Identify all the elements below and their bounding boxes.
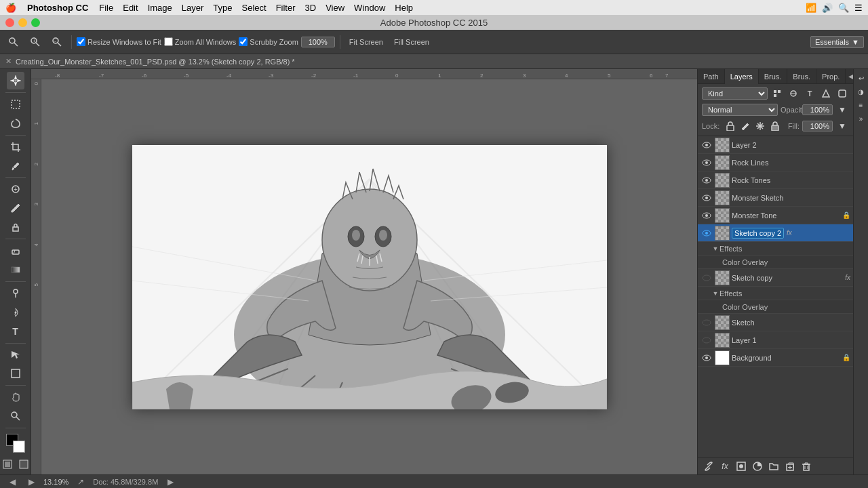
canvas-image[interactable] [132, 145, 607, 409]
background-color[interactable] [13, 441, 25, 453]
resize-windows-checkbox[interactable] [77, 37, 85, 46]
tab-brushes-1[interactable]: Brus. [759, 69, 788, 84]
apple-menu[interactable]: 🍎 [5, 3, 16, 13]
zoom-percent-input[interactable] [301, 37, 335, 47]
menu-file[interactable]: File [99, 3, 113, 13]
color-swatches[interactable] [6, 434, 25, 453]
menu-help[interactable]: Help [395, 3, 413, 13]
zoom-all-checkbox[interactable] [164, 37, 173, 46]
layer-sub-effects-1[interactable]: ▼ Effects [698, 242, 853, 256]
statusbar-play-button[interactable]: ▶ [163, 475, 177, 489]
zoom-all-label[interactable]: Zoom All Windows [164, 37, 236, 46]
tab-path[interactable]: Path [698, 69, 725, 84]
layer2-visibility[interactable] [701, 139, 713, 151]
menu-view[interactable]: View [326, 3, 344, 13]
lock-transparent-button[interactable] [724, 119, 737, 133]
filter-adjust-button[interactable] [787, 87, 800, 100]
lock-all-button[interactable] [768, 119, 782, 133]
sketch-copy-visibility[interactable] [701, 272, 713, 284]
effects-collapse-icon[interactable]: ▼ [711, 245, 719, 253]
sketch-visibility[interactable] [701, 317, 713, 329]
filter-type-button[interactable]: T [803, 87, 816, 100]
opacity-input[interactable] [802, 104, 833, 115]
menu-select[interactable]: Select [241, 3, 266, 13]
layer-item-sketch-copy-2[interactable]: Sketch copy 2 fx [698, 224, 853, 242]
layer-sub-effects-2[interactable]: ▼ Effects [698, 287, 853, 300]
strip-collapse-button[interactable]: » [855, 113, 867, 125]
layer-item-sketch[interactable]: Sketch [698, 314, 853, 331]
opacity-arrow-button[interactable]: ▼ [835, 103, 849, 117]
menu-filter[interactable]: Filter [276, 3, 296, 13]
rock-tones-visibility[interactable] [701, 174, 713, 186]
monster-tone-visibility[interactable] [701, 209, 713, 222]
zoom-out-button[interactable]: - [47, 35, 66, 49]
fill-arrow-button[interactable]: ▼ [835, 119, 849, 133]
spot-heal-tool[interactable]: + [7, 180, 24, 198]
sketch-copy-2-visibility[interactable] [701, 227, 713, 239]
link-layers-button[interactable] [702, 460, 715, 473]
statusbar-arrow-left[interactable]: ◀ [5, 475, 19, 489]
tab-brushes-2[interactable]: Brus. [787, 69, 816, 84]
new-fill-layer-button[interactable] [751, 460, 764, 473]
tab-layers[interactable]: Layers [725, 69, 759, 84]
filter-pixel-button[interactable] [770, 87, 784, 100]
pen-tool[interactable] [7, 304, 24, 321]
brush-tool[interactable] [7, 199, 24, 217]
effects-2-collapse-icon[interactable]: ▼ [711, 289, 719, 298]
layer-item-rock-tones[interactable]: Rock Tones [698, 171, 853, 189]
app-name-menu[interactable]: Photoshop CC [27, 3, 88, 13]
layer-item-monster-tone[interactable]: Monster Tone 🔒 [698, 207, 853, 224]
lasso-tool[interactable] [7, 115, 24, 132]
new-layer-button[interactable] [783, 460, 797, 473]
lock-position-button[interactable] [753, 119, 767, 133]
type-tool[interactable]: T [7, 323, 24, 340]
new-group-button[interactable] [767, 460, 781, 473]
menu-type[interactable]: Type [213, 3, 232, 13]
strip-style-button[interactable]: ≡ [855, 99, 867, 111]
eyedropper-tool[interactable] [7, 157, 24, 175]
filter-smart-button[interactable] [835, 87, 849, 100]
layer-item-rock-lines[interactable]: Rock Lines [698, 154, 853, 171]
hand-tool[interactable] [7, 388, 24, 406]
layer-item-sketch-copy[interactable]: Sketch copy fx [698, 269, 853, 287]
menu-window[interactable]: Window [354, 3, 385, 13]
zoom-tool-button[interactable] [4, 35, 23, 49]
fill-input[interactable] [802, 121, 833, 131]
zoom-tool[interactable] [7, 407, 24, 425]
menu-image[interactable]: Image [148, 3, 172, 13]
tab-properties[interactable]: Prop. [816, 69, 846, 84]
add-mask-button[interactable] [734, 460, 748, 473]
dodge-tool[interactable] [7, 285, 24, 302]
blend-mode-select[interactable]: Normal [702, 104, 778, 116]
add-style-button[interactable]: fx [718, 460, 732, 473]
eraser-tool[interactable] [7, 242, 24, 260]
menu-edit[interactable]: Edit [123, 3, 138, 13]
fill-screen-button[interactable]: Fill Screen [390, 37, 433, 47]
gradient-tool[interactable] [7, 261, 24, 279]
resize-windows-label[interactable]: Resize Windows to Fit [77, 37, 161, 46]
rock-lines-visibility[interactable] [701, 157, 713, 169]
strip-adjust-button[interactable]: ◑ [855, 85, 867, 98]
background-visibility[interactable] [701, 352, 713, 364]
lock-paint-button[interactable] [738, 119, 752, 133]
delete-layer-button[interactable] [800, 460, 813, 473]
scrubby-zoom-checkbox[interactable] [239, 37, 248, 46]
layer-item-layer2[interactable]: Layer 2 [698, 136, 853, 154]
stamp-tool[interactable] [7, 218, 24, 236]
strip-history-button[interactable]: ↩ [855, 72, 867, 84]
layer-item-monster-sketch[interactable]: Monster Sketch [698, 189, 853, 207]
screen-mode-button[interactable] [16, 457, 31, 472]
statusbar-arrow-right[interactable]: ▶ [24, 475, 38, 489]
layer-sub-color-overlay-1[interactable]: Color Overlay [698, 256, 853, 269]
zoom-in-button[interactable]: + [26, 35, 45, 49]
shape-tool[interactable] [7, 365, 24, 382]
menu-3d[interactable]: 3D [305, 3, 317, 13]
layers-list[interactable]: Layer 2 Rock Lines Rock Tones [698, 136, 853, 458]
close-button[interactable] [5, 18, 14, 27]
fit-screen-button[interactable]: Fit Screen [345, 37, 387, 47]
standard-mode-button[interactable] [0, 457, 15, 472]
maximize-button[interactable] [31, 18, 40, 27]
filter-shape-button[interactable] [819, 87, 833, 100]
path-selection-tool[interactable] [7, 346, 24, 364]
statusbar-export-button[interactable]: ↗ [74, 475, 87, 489]
